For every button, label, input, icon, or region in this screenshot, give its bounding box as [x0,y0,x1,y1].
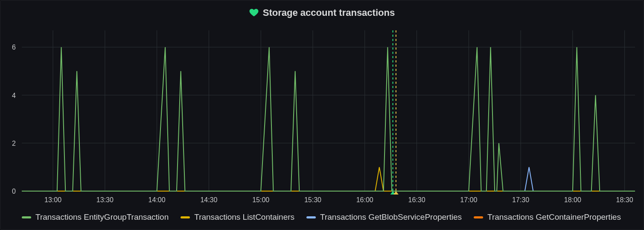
legend-label: Transactions GetContainerProperties [487,212,621,222]
chart-svg: 024613:0013:3014:0014:3015:0015:3016:001… [0,25,644,208]
svg-text:16:30: 16:30 [408,196,425,203]
legend-item[interactable]: Transactions ListContainers [181,212,294,222]
legend-swatch [474,216,483,218]
svg-text:2: 2 [12,140,16,147]
svg-text:4: 4 [12,92,16,99]
legend: Transactions EntityGroupTransactionTrans… [0,208,644,230]
svg-text:0: 0 [12,188,16,195]
panel-title: Storage account transactions [263,7,395,18]
svg-text:16:00: 16:00 [356,196,373,203]
legend-swatch [181,216,190,218]
legend-swatch [22,216,31,218]
chart-plot-area[interactable]: 024613:0013:3014:0014:3015:0015:3016:001… [0,25,644,208]
svg-text:15:00: 15:00 [252,196,269,203]
legend-item[interactable]: Transactions GetContainerProperties [474,212,621,222]
legend-swatch [306,216,316,218]
svg-text:18:30: 18:30 [616,196,633,203]
svg-text:17:30: 17:30 [512,196,529,203]
legend-item[interactable]: Transactions GetBlobServiceProperties [306,212,462,222]
legend-item[interactable]: Transactions EntityGroupTransaction [22,212,169,222]
heart-icon [249,8,259,18]
svg-text:13:30: 13:30 [96,196,114,203]
legend-label: Transactions ListContainers [194,212,294,222]
svg-text:13:00: 13:00 [44,196,61,203]
legend-label: Transactions EntityGroupTransaction [35,212,169,222]
panel-header[interactable]: Storage account transactions [0,0,644,25]
svg-text:17:00: 17:00 [460,196,477,203]
chart-panel: Storage account transactions 024613:0013… [0,0,644,230]
svg-text:14:30: 14:30 [200,196,217,203]
legend-label: Transactions GetBlobServiceProperties [320,212,462,222]
svg-text:14:00: 14:00 [149,196,166,203]
svg-text:6: 6 [12,44,16,51]
svg-text:18:00: 18:00 [564,196,581,203]
svg-text:15:30: 15:30 [304,196,321,203]
